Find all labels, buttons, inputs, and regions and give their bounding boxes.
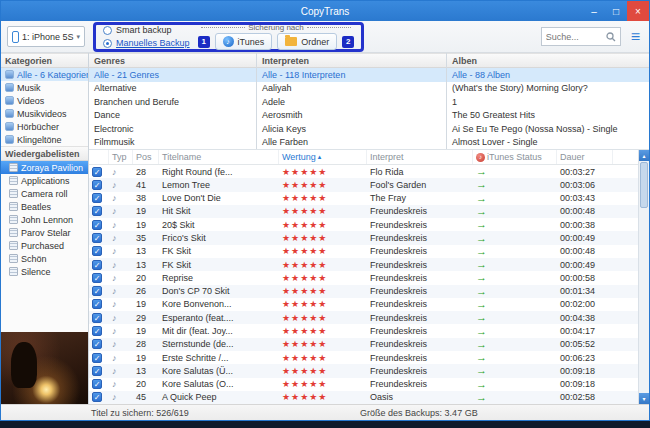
- row-checkbox[interactable]: ✓: [92, 366, 102, 376]
- search-input[interactable]: [546, 32, 606, 42]
- manual-backup-radio[interactable]: [103, 39, 112, 48]
- sidebar-item-playlist[interactable]: Beatles: [1, 200, 88, 213]
- row-checkbox[interactable]: ✓: [92, 233, 102, 243]
- track-row[interactable]: ✓ ♪ 19 20$ Skit ★★★★★ Freundeskreis → 00…: [89, 218, 638, 231]
- album-item[interactable]: Alle - 88 Alben: [447, 68, 649, 82]
- track-row[interactable]: ✓ ♪ 45 A Quick Peep ★★★★★ Oasis → 00:02:…: [89, 391, 638, 404]
- sidebar-item-playlist[interactable]: Camera roll: [1, 187, 88, 200]
- sidebar-item-category[interactable]: Hörbücher: [1, 120, 88, 133]
- track-row[interactable]: ✓ ♪ 13 FK Skit ★★★★★ Freundeskreis → 00:…: [89, 258, 638, 271]
- header-interpret[interactable]: Interpret: [367, 150, 473, 164]
- track-rating[interactable]: ★★★★★: [279, 392, 367, 402]
- album-item[interactable]: The 50 Greatest Hits: [447, 109, 649, 123]
- itunes-button[interactable]: ♪ iTunes: [215, 33, 273, 50]
- track-row[interactable]: ✓ ♪ 19 Hit Skit ★★★★★ Freundeskreis → 00…: [89, 205, 638, 218]
- row-checkbox[interactable]: ✓: [92, 220, 102, 230]
- album-item[interactable]: Almost Lover - Single: [447, 136, 649, 150]
- smart-backup-radio[interactable]: [103, 26, 112, 35]
- track-rating[interactable]: ★★★★★: [279, 220, 367, 230]
- row-checkbox[interactable]: ✓: [92, 286, 102, 296]
- folder-button[interactable]: Ordner: [277, 33, 337, 50]
- genre-item[interactable]: Filmmusik: [89, 136, 256, 150]
- manual-backup-label[interactable]: Manuelles Backup: [116, 38, 190, 48]
- header-itunes-status[interactable]: ♪ iTunes Status: [473, 150, 557, 164]
- track-rating[interactable]: ★★★★★: [279, 299, 367, 309]
- track-row[interactable]: ✓ ♪ 35 Frico's Skit ★★★★★ Freundeskreis …: [89, 231, 638, 244]
- track-rating[interactable]: ★★★★★: [279, 326, 367, 336]
- maximize-button[interactable]: □: [605, 1, 627, 21]
- manual-backup-option[interactable]: Manuelles Backup: [103, 38, 190, 48]
- search-box[interactable]: [541, 27, 621, 46]
- track-row[interactable]: ✓ ♪ 38 Love Don't Die ★★★★★ The Fray → 0…: [89, 192, 638, 205]
- artist-item[interactable]: Alle - 118 Interpreten: [257, 68, 446, 82]
- sidebar-item-playlist[interactable]: Parov Stelar: [1, 226, 88, 239]
- genre-item[interactable]: Dance: [89, 109, 256, 123]
- row-checkbox[interactable]: ✓: [92, 260, 102, 270]
- track-row[interactable]: ✓ ♪ 13 Kore Salutas (Ü... ★★★★★ Freundes…: [89, 364, 638, 377]
- header-checkbox-column[interactable]: [89, 150, 109, 164]
- artist-item[interactable]: Adele: [257, 95, 446, 109]
- track-row[interactable]: ✓ ♪ 19 Mit dir (feat. Joy... ★★★★★ Freun…: [89, 324, 638, 337]
- row-checkbox[interactable]: ✓: [92, 206, 102, 216]
- album-item[interactable]: Ai Se Eu Te Pego (Nossa Nossa) - Single: [447, 122, 649, 136]
- track-rating[interactable]: ★★★★★: [279, 260, 367, 270]
- artist-item[interactable]: Aaliyah: [257, 82, 446, 96]
- genre-item[interactable]: Alle - 21 Genres: [89, 68, 256, 82]
- minimize-button[interactable]: –: [583, 1, 605, 21]
- track-row[interactable]: ✓ ♪ 20 Kore Salutas (O... ★★★★★ Freundes…: [89, 378, 638, 391]
- sidebar-item-category[interactable]: Alle - 6 Kategorien: [1, 68, 88, 81]
- sidebar-item-playlist[interactable]: Zoraya Pavilion: [1, 161, 88, 174]
- row-checkbox[interactable]: ✓: [92, 167, 102, 177]
- album-item[interactable]: (What's the Story) Morning Glory?: [447, 82, 649, 96]
- sidebar-item-playlist[interactable]: Schön: [1, 252, 88, 265]
- row-checkbox[interactable]: ✓: [92, 339, 102, 349]
- row-checkbox[interactable]: ✓: [92, 326, 102, 336]
- track-rating[interactable]: ★★★★★: [279, 366, 367, 376]
- track-rating[interactable]: ★★★★★: [279, 180, 367, 190]
- genre-item[interactable]: Electronic: [89, 122, 256, 136]
- artist-item[interactable]: Aerosmith: [257, 109, 446, 123]
- track-row[interactable]: ✓ ♪ 28 Sternstunde (de... ★★★★★ Freundes…: [89, 338, 638, 351]
- track-rating[interactable]: ★★★★★: [279, 273, 367, 283]
- sidebar-item-playlist[interactable]: Applications: [1, 174, 88, 187]
- scrollbar-thumb[interactable]: [640, 162, 648, 208]
- track-row[interactable]: ✓ ♪ 26 Don's CP 70 Skit ★★★★★ Freundeskr…: [89, 285, 638, 298]
- scroll-up-button[interactable]: ▴: [639, 150, 649, 161]
- track-rating[interactable]: ★★★★★: [279, 339, 367, 349]
- track-row[interactable]: ✓ ♪ 41 Lemon Tree ★★★★★ Fool's Garden → …: [89, 178, 638, 191]
- genre-item[interactable]: Alternative: [89, 82, 256, 96]
- sidebar-item-category[interactable]: Videos: [1, 94, 88, 107]
- menu-button[interactable]: ≡: [628, 29, 643, 45]
- sidebar-item-category[interactable]: Musik: [1, 81, 88, 94]
- track-row[interactable]: ✓ ♪ 19 Kore Bonvenon... ★★★★★ Freundeskr…: [89, 298, 638, 311]
- sidebar-item-playlist[interactable]: Purchased: [1, 239, 88, 252]
- track-rating[interactable]: ★★★★★: [279, 246, 367, 256]
- row-checkbox[interactable]: ✓: [92, 273, 102, 283]
- track-row[interactable]: ✓ ♪ 29 Esperanto (feat.... ★★★★★ Freunde…: [89, 311, 638, 324]
- row-checkbox[interactable]: ✓: [92, 392, 102, 402]
- track-row[interactable]: ✓ ♪ 19 Erste Schritte /... ★★★★★ Freunde…: [89, 351, 638, 364]
- track-rating[interactable]: ★★★★★: [279, 193, 367, 203]
- header-pos[interactable]: Pos: [133, 150, 159, 164]
- track-row[interactable]: ✓ ♪ 20 Reprise ★★★★★ Freundeskreis → 00:…: [89, 271, 638, 284]
- artist-item[interactable]: Alicia Keys: [257, 122, 446, 136]
- track-rating[interactable]: ★★★★★: [279, 206, 367, 216]
- genre-item[interactable]: Branchen und Berufe: [89, 95, 256, 109]
- sidebar-item-playlist[interactable]: Silence: [1, 265, 88, 278]
- close-button[interactable]: ×: [627, 1, 649, 21]
- row-checkbox[interactable]: ✓: [92, 193, 102, 203]
- vertical-scrollbar[interactable]: ▴ ▾: [638, 150, 649, 404]
- row-checkbox[interactable]: ✓: [92, 299, 102, 309]
- sidebar-item-playlist[interactable]: John Lennon: [1, 213, 88, 226]
- sidebar-item-category[interactable]: Klingeltöne: [1, 133, 88, 146]
- row-checkbox[interactable]: ✓: [92, 246, 102, 256]
- track-rating[interactable]: ★★★★★: [279, 167, 367, 177]
- header-typ[interactable]: Typ: [109, 150, 133, 164]
- track-rating[interactable]: ★★★★★: [279, 353, 367, 363]
- scroll-down-button[interactable]: ▾: [639, 393, 649, 404]
- track-rating[interactable]: ★★★★★: [279, 313, 367, 323]
- row-checkbox[interactable]: ✓: [92, 379, 102, 389]
- smart-backup-label[interactable]: Smart backup: [116, 25, 172, 35]
- track-rating[interactable]: ★★★★★: [279, 379, 367, 389]
- track-row[interactable]: ✓ ♪ 28 Right Round (fe... ★★★★★ Flo Rida…: [89, 165, 638, 178]
